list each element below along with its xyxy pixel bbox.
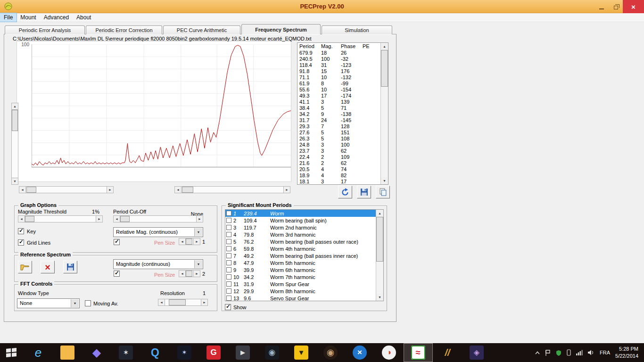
scrollbar-thumb[interactable]	[381, 50, 388, 87]
table-row[interactable]: 31.724-145	[297, 117, 380, 123]
scroll-down-icon[interactable]: ▼	[12, 178, 18, 184]
comet-slot[interactable]: ✶	[170, 343, 199, 362]
chart-pan-scrollbar-left[interactable]: ◄ ►	[19, 186, 114, 193]
table-row[interactable]: 41.13139	[297, 99, 380, 105]
period-checkbox[interactable]	[226, 288, 231, 294]
table-row[interactable]: 27.65151	[297, 130, 380, 136]
mount-period-row[interactable]: 749.2Worm bearing (ball passes inner rac…	[225, 252, 376, 259]
scroll-left-icon[interactable]: ◄	[19, 187, 26, 193]
maximize-button[interactable]	[609, 0, 623, 13]
scrollbar-thumb[interactable]	[182, 187, 193, 193]
table-row[interactable]: 24.83100	[297, 142, 380, 148]
table-row[interactable]: 29.37128	[297, 123, 380, 130]
reference-mode-dropdown[interactable]: Magnitude (continuous) ▼	[113, 259, 203, 269]
menu-item-advanced[interactable]: Advanced	[40, 13, 73, 22]
tab-periodic-error-correction[interactable]: Periodic Error Correction	[86, 25, 162, 34]
copy-button[interactable]	[376, 186, 390, 198]
reference-pen-size-stepper[interactable]: ◄ ►	[179, 270, 200, 277]
scroll-down-icon[interactable]: ▼	[376, 294, 383, 301]
close-button[interactable]: ×	[623, 0, 644, 13]
tab-periodic-error-analysis[interactable]: Periodic Error Analysis	[5, 25, 85, 34]
table-row[interactable]: 71.110-132	[297, 74, 380, 81]
genie-slot[interactable]: G	[199, 343, 228, 362]
period-cutoff-slider[interactable]: ◄ ►	[113, 215, 203, 222]
period-checkbox[interactable]	[226, 211, 231, 216]
tab-frequency-spectrum[interactable]: Frequency Spectrum	[241, 24, 321, 34]
period-checkbox[interactable]	[226, 239, 231, 244]
scroll-right-icon[interactable]: ►	[283, 187, 290, 193]
window-type-dropdown[interactable]: None ▼	[17, 298, 80, 308]
table-row[interactable]: 38.4571	[297, 105, 380, 111]
table-row[interactable]: 91.815176	[297, 68, 380, 74]
period-checkbox[interactable]	[226, 281, 231, 287]
scroll-right-icon[interactable]: ►	[96, 216, 102, 222]
resolution-slider[interactable]: ◄ ►	[158, 299, 208, 306]
list-scrollbar[interactable]: ▲ ▼	[376, 210, 383, 301]
magnitude-threshold-slider[interactable]: ◄ ►	[18, 215, 103, 222]
scroll-up-icon[interactable]: ▲	[381, 43, 388, 50]
grid-lines-checkbox[interactable]	[18, 239, 24, 246]
menu-item-mount[interactable]: Mount	[17, 13, 40, 22]
period-checkbox[interactable]	[226, 253, 231, 258]
save-reference-button[interactable]	[63, 261, 77, 273]
scroll-left-icon[interactable]: ◄	[158, 299, 165, 305]
table-row[interactable]: 61.98-99	[297, 81, 380, 87]
scroll-up-icon[interactable]: ▲	[376, 210, 383, 217]
chevron-down-icon[interactable]: ▼	[194, 228, 202, 236]
period-checkbox[interactable]	[226, 274, 231, 280]
scroll-right-icon[interactable]: ►	[107, 187, 113, 193]
action-center-flag-icon[interactable]	[545, 350, 551, 356]
table-row[interactable]: 240.5100-32	[297, 56, 380, 62]
scroll-down-icon[interactable]: ▼	[381, 177, 388, 184]
pen-checkbox[interactable]	[114, 239, 120, 245]
taskbar-clock[interactable]: 5:28 PM 5/22/2014	[615, 346, 638, 360]
menu-item-file[interactable]: File	[0, 13, 17, 22]
security-shield-icon[interactable]	[556, 350, 561, 356]
clear-reference-button[interactable]: ×	[41, 261, 55, 273]
scroll-left-icon[interactable]: ◄	[179, 271, 186, 277]
period-checkbox[interactable]	[226, 232, 231, 237]
spectrum-table[interactable]: Period Mag. Phase PE 679.91826240.5100-3…	[297, 42, 388, 185]
scroll-up-icon[interactable]: ▲	[12, 103, 18, 110]
minimize-button[interactable]	[594, 0, 609, 13]
mount-period-row[interactable]: 1034.2Worm 7th harmonic	[225, 273, 376, 280]
table-row[interactable]: 34.29-138	[297, 111, 380, 117]
mount-period-row[interactable]: 139.6Servo Spur Gear	[225, 295, 376, 301]
scroll-left-icon[interactable]: ◄	[114, 216, 120, 222]
table-row[interactable]: 18.9482	[297, 173, 380, 179]
save-spectrum-button[interactable]	[357, 186, 371, 198]
tray-expand-chevron-icon[interactable]	[535, 351, 540, 354]
telescope-wand-slot[interactable]: ✶	[111, 343, 140, 362]
tab-simulation[interactable]: Simulation	[322, 25, 392, 34]
scrollbar-thumb[interactable]	[12, 110, 18, 131]
scroll-right-icon[interactable]: ►	[196, 216, 203, 222]
chart-vertical-scrollbar[interactable]: ▲ ▼	[11, 103, 18, 185]
pecprep-slot[interactable]: ≈	[404, 343, 433, 362]
mount-period-row[interactable]: 1131.9Worm Spur Gear	[225, 280, 376, 288]
file-explorer-slot[interactable]	[53, 343, 82, 362]
guide-dial-slot[interactable]: ◑	[374, 343, 404, 362]
table-row[interactable]: 679.91826	[297, 50, 380, 56]
lens-slot[interactable]: ◉	[316, 343, 345, 362]
scrollbar-thumb[interactable]	[26, 187, 36, 193]
mount-period-row[interactable]: 3119.7Worm 2nd harmonic	[225, 224, 376, 231]
mount-period-list[interactable]: 1239.4Worm2109.4Worm bearing (ball spin)…	[225, 209, 384, 301]
mount-period-row[interactable]: 2109.4Worm bearing (ball spin)	[225, 217, 376, 224]
mount-period-row[interactable]: 939.9Worm 6th harmonic	[225, 266, 376, 273]
scroll-left-icon[interactable]: ◄	[179, 239, 186, 245]
scroll-right-icon[interactable]: ►	[193, 239, 200, 245]
scrollbar-thumb[interactable]	[376, 217, 383, 262]
mount-period-row[interactable]: 1239.4Worm	[225, 210, 376, 217]
chevron-down-icon[interactable]: ▼	[71, 299, 79, 307]
media-player-slot[interactable]: ▶	[228, 343, 257, 362]
period-checkbox[interactable]	[226, 260, 231, 265]
table-row[interactable]: 118.431-123	[297, 62, 380, 68]
mount-period-row[interactable]: 1229.9Worm 8th harmonic	[225, 288, 376, 295]
slider-thumb[interactable]	[186, 239, 192, 245]
period-checkbox[interactable]	[226, 267, 231, 272]
q-capture-slot[interactable]: Q	[140, 343, 170, 362]
period-checkbox[interactable]	[226, 225, 231, 230]
pen-size-stepper[interactable]: ◄ ►	[179, 238, 200, 245]
scroll-right-icon[interactable]: ►	[201, 299, 207, 305]
slider-thumb[interactable]	[120, 216, 130, 222]
